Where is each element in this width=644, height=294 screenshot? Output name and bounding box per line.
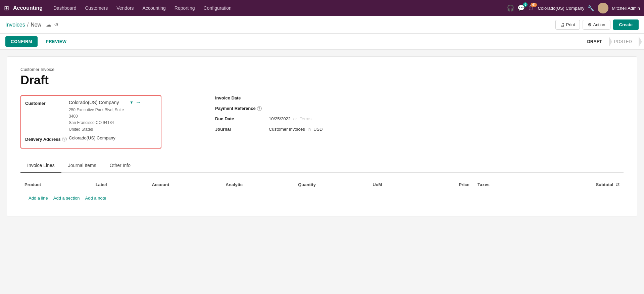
col-label: Label [92,179,148,190]
customer-external-link[interactable]: → [136,99,141,106]
invoice-table: Product Label Account Analytic Quantity … [20,179,624,206]
col-price: Price [419,179,474,190]
form-left: Customer ▼ → 250 Executive Park Blvd, Su… [20,95,195,149]
delivery-value[interactable]: Colorado(US) Company [69,135,157,140]
breadcrumb-icons: ☁ ↺ [46,22,58,28]
nav-right-section: 🎧 💬6 ⏱41 Colorado(US) Company 🔧 Mitchell… [507,3,640,13]
preview-button[interactable]: PREVIEW [40,36,72,47]
table-header-row: Product Label Account Analytic Quantity … [20,179,624,190]
nav-customers[interactable]: Customers [81,3,112,13]
customer-label: Customer [25,99,69,106]
user-name[interactable]: Mitchell Admin [612,6,640,11]
customer-box: Customer ▼ → 250 Executive Park Blvd, Su… [20,95,161,149]
add-actions: Add a line Add a section Add a note [24,193,620,203]
terms-link[interactable]: Terms [300,116,311,121]
nav-vendors[interactable]: Vendors [112,3,138,13]
printer-icon: 🖨 [560,22,565,27]
col-product: Product [20,179,92,190]
apps-icon[interactable]: ⊞ [4,4,9,12]
delivery-label: Delivery Address ? [25,135,69,142]
customer-address: 250 Executive Park Blvd, Suite 3400 San … [69,107,157,133]
main-content: Customer Invoice Draft Customer ▼ → [0,50,644,294]
invoice-date-input[interactable] [269,95,280,100]
tab-other-info[interactable]: Other Info [103,159,137,173]
col-taxes: Taxes [474,179,532,190]
delivery-address-field-row: Delivery Address ? Colorado(US) Company [25,135,157,142]
table-empty-row: Add a line Add a section Add a note [20,190,624,206]
journal-label: Journal [215,127,269,132]
brand-name: Accounting [13,5,43,11]
activity-icon[interactable]: ⏱41 [528,5,534,12]
journal-currency[interactable]: USD [313,127,323,132]
chat-icon[interactable]: 💬6 [517,4,525,12]
breadcrumb-bar: Invoices / New ☁ ↺ 🖨 Print ⚙ Action Crea… [0,16,644,34]
form-section: Customer ▼ → 250 Executive Park Blvd, Su… [20,95,624,149]
journal-input[interactable]: Customer Invoices [269,127,305,132]
journal-row: Journal Customer Invoices in USD [215,127,624,132]
status-posted: POSTED [609,36,639,47]
column-adjust-icon[interactable]: ⇄ [616,182,620,187]
col-account: Account [148,179,221,190]
col-uom: UoM [368,179,419,190]
save-cloud-icon[interactable]: ☁ [46,22,51,28]
user-avatar[interactable] [598,3,608,13]
gear-icon: ⚙ [588,22,592,27]
payment-ref-label: Payment Reference ? [215,106,269,111]
col-analytic: Analytic [221,179,294,190]
due-date-value: 10/25/2022 or Terms [269,116,311,121]
invoice-title: Draft [20,73,624,87]
nav-reporting[interactable]: Reporting [170,3,199,13]
customer-value-container: ▼ → 250 Executive Park Blvd, Suite 3400 … [69,99,157,133]
customer-input[interactable] [69,100,128,105]
action-button[interactable]: ⚙ Action [583,20,610,30]
invoice-date-value [269,95,280,100]
support-icon[interactable]: 🎧 [507,4,514,12]
tab-invoice-lines[interactable]: Invoice Lines [20,159,61,173]
invoice-date-row: Invoice Date [215,95,624,100]
delivery-help-icon[interactable]: ? [62,137,67,141]
svg-point-1 [600,10,606,13]
chat-badge: 6 [523,2,528,7]
nav-accounting[interactable]: Accounting [139,3,170,13]
add-section-link[interactable]: Add a section [53,196,80,201]
col-quantity: Quantity [294,179,368,190]
customer-field-row: Customer ▼ → 250 Executive Park Blvd, Su… [25,99,157,133]
add-line-link[interactable]: Add a line [29,196,48,201]
customer-dropdown-arrow[interactable]: ▼ [130,100,134,105]
form-right: Invoice Date Payment Reference ? [215,95,624,149]
nav-configuration[interactable]: Configuration [200,3,236,13]
top-navigation: ⊞ Accounting Dashboard Customers Vendors… [0,0,644,16]
breadcrumb-current: New [31,22,41,28]
status-draft: DRAFT [582,36,608,47]
nav-links: Dashboard Customers Vendors Accounting R… [49,3,505,13]
invoice-card: Customer Invoice Draft Customer ▼ → [7,56,637,216]
customer-input-row: ▼ → [69,99,157,106]
nav-dashboard[interactable]: Dashboard [49,3,81,13]
status-pipeline: DRAFT POSTED [582,36,639,47]
payment-ref-help-icon[interactable]: ? [257,106,262,111]
print-button[interactable]: 🖨 Print [555,20,580,30]
svg-point-0 [601,5,605,9]
payment-ref-value [269,106,270,111]
breadcrumb-separator: / [27,22,29,28]
undo-icon[interactable]: ↺ [54,22,58,28]
settings-icon[interactable]: 🔧 [588,5,594,11]
header-actions: 🖨 Print ⚙ Action Create [555,19,639,30]
status-bar: CONFIRM PREVIEW DRAFT POSTED [0,34,644,50]
create-button[interactable]: Create [613,19,639,30]
tab-journal-items[interactable]: Journal Items [61,159,103,173]
invoice-date-label: Invoice Date [215,95,269,100]
payment-ref-input[interactable] [269,106,270,111]
or-text: or [293,117,297,121]
confirm-button[interactable]: CONFIRM [5,36,38,47]
due-date-input[interactable]: 10/25/2022 [269,116,291,121]
due-date-label: Due Date [215,116,269,121]
company-name: Colorado(US) Company [538,6,584,11]
journal-value: Customer Invoices in USD [269,127,323,132]
journal-in: in [308,127,311,132]
tabs-bar: Invoice Lines Journal Items Other Info [20,159,624,173]
add-note-link[interactable]: Add a note [85,196,106,201]
due-date-row: Due Date 10/25/2022 or Terms [215,116,624,121]
breadcrumb-parent[interactable]: Invoices [5,22,25,28]
activity-badge: 41 [531,3,537,7]
